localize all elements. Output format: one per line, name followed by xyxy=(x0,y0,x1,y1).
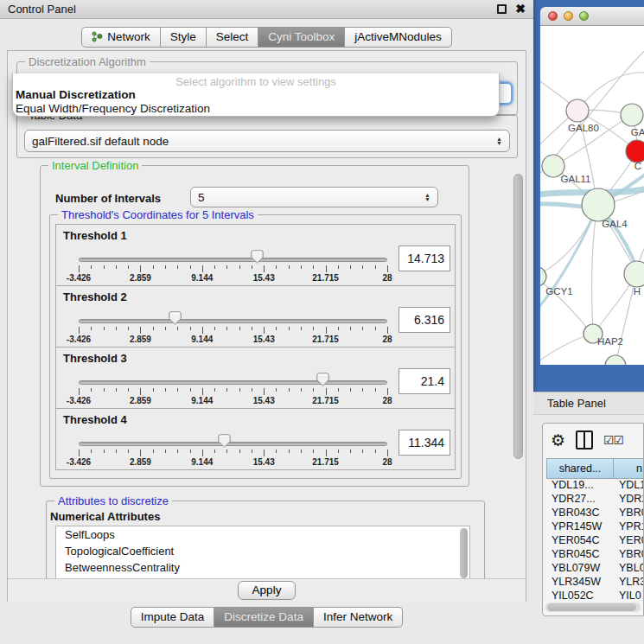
table-cell[interactable]: YER0 xyxy=(614,534,644,548)
tab-cyni-toolbox[interactable]: Cyni Toolbox xyxy=(258,27,345,48)
algorithm-option-manual[interactable]: Manual Discretization xyxy=(13,88,499,102)
apply-button[interactable]: Apply xyxy=(238,581,296,600)
column-header-n[interactable]: n xyxy=(614,458,644,479)
threshold-slider-thumb[interactable] xyxy=(218,434,231,448)
network-node-gal4[interactable] xyxy=(582,188,615,221)
tick-mark xyxy=(326,388,327,395)
attributes-list-scrollbar[interactable] xyxy=(460,528,468,578)
number-of-intervals-combobox[interactable]: 5 ▲▼ xyxy=(190,187,438,207)
column-layout-icon[interactable] xyxy=(576,430,593,450)
tab-select[interactable]: Select xyxy=(207,27,259,48)
tab-impute-data[interactable]: Impute Data xyxy=(131,607,215,628)
minimize-traffic-light-icon[interactable] xyxy=(564,11,573,21)
table-cell[interactable]: YBR0 xyxy=(614,548,644,562)
threshold-slider-track[interactable] xyxy=(79,258,387,262)
network-node-c[interactable] xyxy=(626,140,644,163)
attribute-item-selfloops[interactable]: SelfLoops xyxy=(56,526,469,543)
table-cell[interactable]: YBR043C xyxy=(546,507,614,520)
table-row[interactable]: YBR043CYBR0 xyxy=(546,507,644,520)
float-window-icon[interactable] xyxy=(497,4,507,14)
network-graph: GAL80GACGAL11GAL4HGCY1HAP2 xyxy=(540,26,644,365)
checkbox-icons[interactable]: ☑☑ xyxy=(603,433,623,447)
tab-jactivemnodules-label: jActiveMNodules xyxy=(354,30,442,43)
threshold-slider-track[interactable] xyxy=(79,380,387,385)
tick-mark xyxy=(214,265,215,269)
tab-style[interactable]: Style xyxy=(161,27,207,48)
scale-label: 9.144 xyxy=(191,396,213,405)
tick-mark xyxy=(387,450,388,456)
table-row[interactable]: YLR345WYLR3 xyxy=(546,576,644,590)
table-row[interactable]: YDL19...YDL1 xyxy=(546,479,644,493)
table-cell[interactable]: YLR3 xyxy=(614,576,644,590)
threshold-slider-thumb[interactable] xyxy=(316,373,329,386)
table-data-combobox[interactable]: galFiltered.sif default node ▲▼ xyxy=(24,130,510,152)
threshold-slider-track[interactable] xyxy=(79,442,387,446)
table-cell[interactable]: YPR1 xyxy=(614,520,644,534)
scale-label: 2.859 xyxy=(130,396,151,405)
table-hscrollbar-thumb[interactable] xyxy=(547,603,636,611)
table-cell[interactable]: YPR145W xyxy=(546,520,614,534)
tick-mark xyxy=(350,327,351,330)
threshold-value-box[interactable]: 11.344 xyxy=(399,430,450,456)
table-cell[interactable]: YDL19... xyxy=(546,479,614,493)
threshold-slider-track[interactable] xyxy=(79,319,387,323)
close-icon[interactable]: ✖ xyxy=(515,4,526,14)
tick-mark xyxy=(338,450,339,453)
apply-row: Apply xyxy=(8,578,526,602)
table-cell[interactable]: YDR27... xyxy=(546,493,614,507)
table-row[interactable]: YIL052CYIL0 xyxy=(546,590,644,603)
table-cell[interactable]: YBL0 xyxy=(614,562,644,576)
table-row[interactable]: YBR045CYBR0 xyxy=(546,548,644,562)
network-node-ga[interactable] xyxy=(621,104,643,126)
tick-mark xyxy=(326,450,327,456)
threshold-panel-2: Threshold 2-3.4262.8599.14415.4321.71528… xyxy=(55,285,456,348)
panel-scrollbar[interactable] xyxy=(513,174,523,459)
network-node-h[interactable] xyxy=(624,261,644,287)
table-cell[interactable]: YDL1 xyxy=(614,479,644,493)
table-cell[interactable]: YBR045C xyxy=(546,548,614,562)
table-cell[interactable]: YDR2 xyxy=(614,493,644,507)
tick-mark xyxy=(226,327,227,330)
table-cell[interactable]: YLR345W xyxy=(546,576,614,590)
attribute-item-topologicalcoefficient[interactable]: TopologicalCoefficient xyxy=(56,543,469,559)
slider-scale-labels: -3.4262.8599.14415.4321.71528 xyxy=(79,273,387,283)
threshold-slider-thumb[interactable] xyxy=(251,250,264,264)
tick-mark xyxy=(190,388,191,392)
node-label-c: C xyxy=(634,161,641,171)
table-row[interactable]: YDR27...YDR2 xyxy=(546,493,644,507)
network-view-canvas[interactable]: GAL80GACGAL11GAL4HGCY1HAP2 xyxy=(540,26,644,365)
table-cell[interactable]: YBR0 xyxy=(614,507,644,520)
attribute-item-betweennesscentrality[interactable]: BetweennessCentrality xyxy=(56,559,469,576)
tick-mark xyxy=(214,388,215,392)
threshold-value-box[interactable]: 21.4 xyxy=(399,368,450,394)
slider-ticks xyxy=(79,265,387,272)
table-row[interactable]: YPR145WYPR1 xyxy=(546,520,644,534)
network-node-gal80[interactable] xyxy=(566,99,589,122)
threshold-slider-thumb[interactable] xyxy=(169,311,182,325)
algorithm-hint: Select algorithm to view settings xyxy=(13,73,499,88)
close-traffic-light-icon[interactable] xyxy=(548,11,558,21)
tab-discretize-data[interactable]: Discretize Data xyxy=(214,607,314,628)
threshold-name: Threshold 3 xyxy=(63,352,127,365)
table-row[interactable]: YBL079WYBL0 xyxy=(546,562,644,576)
threshold-value-box[interactable]: 6.316 xyxy=(399,307,450,333)
network-node-partial[interactable] xyxy=(605,355,626,365)
tab-infer-network[interactable]: Infer Network xyxy=(314,607,403,628)
algorithm-option-equal-width[interactable]: Equal Width/Frequency Discretization xyxy=(13,102,499,116)
zoom-traffic-light-icon[interactable] xyxy=(579,11,589,21)
table-cell[interactable]: YBL079W xyxy=(546,562,614,576)
table-cell[interactable]: YIL052C xyxy=(546,590,614,603)
table-cell[interactable]: YER054C xyxy=(546,534,614,548)
tick-mark xyxy=(190,450,191,453)
column-header-shared[interactable]: shared... xyxy=(546,458,614,479)
tab-network[interactable]: Network xyxy=(81,27,161,48)
tick-mark xyxy=(313,265,314,269)
thresholds-group-label: Threshold's Coordinates for 5 Intervals xyxy=(58,208,258,221)
tick-mark xyxy=(79,388,80,395)
gear-icon[interactable]: ⚙ xyxy=(551,432,565,449)
tick-mark xyxy=(289,450,290,453)
table-row[interactable]: YER054CYER0 xyxy=(546,534,644,548)
table-cell[interactable]: YIL0 xyxy=(614,590,644,603)
tab-jactivemnodules[interactable]: jActiveMNodules xyxy=(345,27,452,48)
threshold-value-box[interactable]: 14.713 xyxy=(399,245,450,271)
